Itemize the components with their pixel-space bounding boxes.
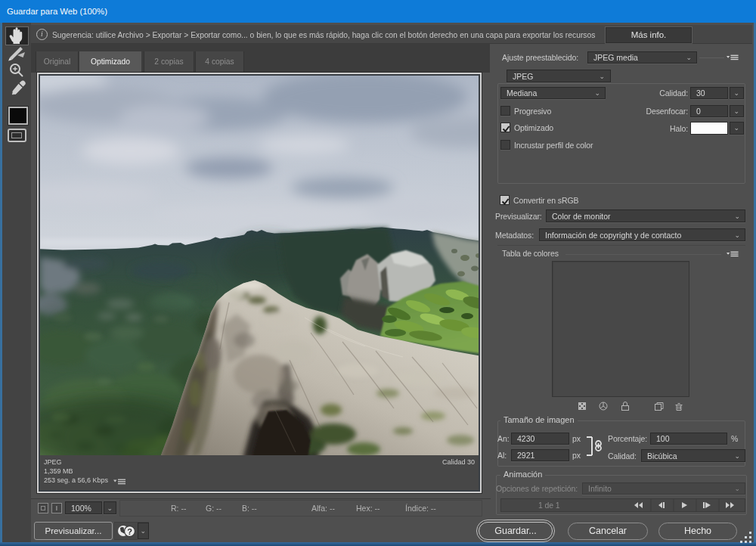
svg-text:?: ? (127, 527, 132, 536)
